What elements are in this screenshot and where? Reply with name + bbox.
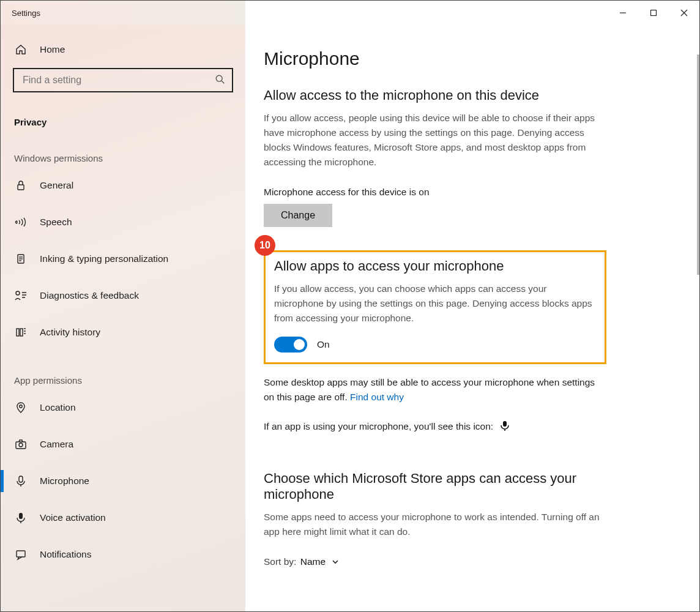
svg-rect-20: [19, 476, 23, 482]
highlight-callout: 10 Allow apps to access your microphone …: [264, 250, 606, 364]
svg-point-11: [16, 291, 20, 295]
sidebar-item-label: Microphone: [40, 476, 89, 487]
svg-point-17: [20, 405, 22, 408]
sidebar-item-voice[interactable]: Voice activation: [1, 499, 245, 536]
clipboard-icon: [14, 252, 28, 266]
callout-badge: 10: [255, 235, 275, 256]
maximize-button[interactable]: [638, 1, 669, 25]
category-label: Privacy: [1, 100, 245, 129]
scrollbar-thumb[interactable]: [697, 54, 699, 275]
svg-rect-13: [20, 329, 23, 336]
toggle-state-label: On: [317, 339, 330, 350]
voice-icon: [14, 511, 28, 524]
svg-rect-22: [19, 513, 23, 519]
desktop-apps-note: Some desktop apps may still be able to a…: [264, 375, 606, 405]
section-choose-apps-desc: Some apps need to access your microphone…: [264, 510, 606, 539]
search-box[interactable]: [13, 68, 233, 92]
home-icon: [14, 43, 28, 56]
sidebar-item-microphone[interactable]: Microphone: [1, 463, 245, 499]
sidebar-item-speech[interactable]: Speech: [1, 204, 245, 241]
svg-point-4: [216, 75, 222, 81]
device-access-status: Microphone access for this device is on: [264, 187, 675, 198]
sidebar-item-general[interactable]: General: [1, 167, 245, 204]
svg-rect-6: [18, 185, 24, 190]
section-allow-apps-desc: If you allow access, you can choose whic…: [274, 282, 596, 326]
sidebar-item-label: Speech: [40, 217, 72, 228]
sidebar-item-label: General: [40, 180, 73, 191]
allow-apps-toggle[interactable]: [274, 337, 307, 353]
svg-rect-25: [503, 421, 507, 427]
group-windows-label: Windows permissions: [1, 129, 245, 167]
history-icon: [14, 326, 28, 339]
sidebar-home[interactable]: Home: [1, 31, 245, 68]
location-icon: [14, 401, 28, 414]
sidebar-item-label: Inking & typing personalization: [40, 253, 168, 264]
section-choose-apps-title: Choose which Microsoft Store apps can ac…: [264, 471, 606, 502]
bell-icon: [14, 548, 28, 561]
mic-indicator-icon: [501, 423, 509, 433]
sidebar-item-label: Location: [40, 402, 76, 413]
mic-icon-line: If an app is using your microphone, you'…: [264, 420, 675, 434]
sidebar-item-inking[interactable]: Inking & typing personalization: [1, 241, 245, 277]
camera-icon: [14, 438, 28, 451]
search-input[interactable]: [23, 75, 215, 86]
svg-line-5: [222, 81, 224, 83]
sidebar-item-activity[interactable]: Activity history: [1, 314, 245, 351]
sort-row[interactable]: Sort by: Name: [264, 556, 675, 567]
main-content: Microphone Allow access to the microphon…: [245, 25, 699, 611]
sidebar-item-notifications[interactable]: Notifications: [1, 536, 245, 573]
speech-icon: [14, 215, 28, 229]
sidebar-item-label: Diagnostics & feedback: [40, 290, 139, 301]
chevron-down-icon: [332, 556, 339, 567]
window-controls: [608, 1, 699, 25]
find-out-why-link[interactable]: Find out why: [350, 392, 404, 402]
lock-icon: [14, 179, 28, 192]
sidebar: Home Privacy Windows permissions General: [1, 25, 245, 611]
sidebar-item-camera[interactable]: Camera: [1, 426, 245, 463]
minimize-button[interactable]: [608, 1, 638, 25]
sidebar-item-location[interactable]: Location: [1, 389, 245, 426]
sidebar-item-label: Notifications: [40, 549, 91, 560]
svg-rect-12: [17, 329, 19, 336]
scrollbar[interactable]: [693, 25, 699, 611]
svg-point-19: [19, 443, 23, 447]
change-button[interactable]: Change: [264, 204, 332, 227]
page-title: Microphone: [264, 48, 675, 69]
titlebar: Settings: [1, 1, 699, 25]
section-allow-device-title: Allow access to the microphone on this d…: [264, 88, 675, 103]
svg-rect-1: [651, 10, 657, 16]
sidebar-item-label: Activity history: [40, 327, 100, 338]
close-button[interactable]: [669, 1, 699, 25]
sidebar-item-diagnostics[interactable]: Diagnostics & feedback: [1, 277, 245, 314]
window-title: Settings: [1, 9, 40, 18]
section-allow-device-desc: If you allow access, people using this d…: [264, 111, 606, 170]
section-allow-apps-title: Allow apps to access your microphone: [274, 258, 596, 274]
sidebar-home-label: Home: [40, 44, 65, 55]
sort-value: Name: [300, 556, 326, 567]
sort-prefix: Sort by:: [264, 556, 296, 567]
feedback-icon: [14, 289, 28, 302]
svg-rect-24: [17, 551, 25, 557]
group-app-label: App permissions: [1, 351, 245, 389]
search-icon: [215, 74, 226, 87]
sidebar-item-label: Voice activation: [40, 512, 106, 523]
sidebar-item-label: Camera: [40, 439, 73, 450]
mic-icon: [14, 474, 28, 488]
